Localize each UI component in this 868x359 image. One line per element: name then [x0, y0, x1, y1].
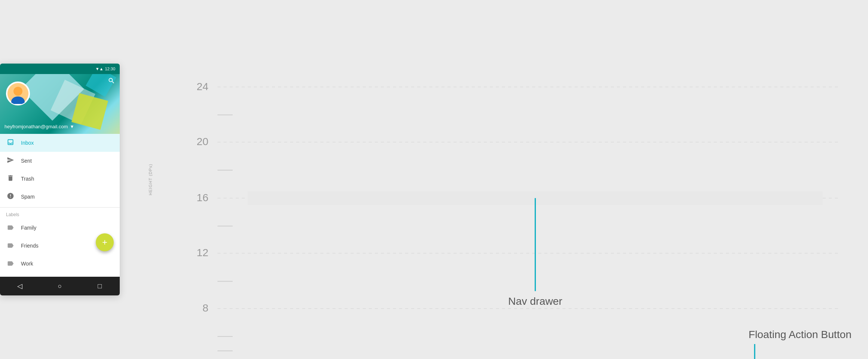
- chart-container: 0 4 8 12 16 20 24 App bar Nav drawer Flo…: [172, 71, 853, 359]
- phone-wrapper: ▼▲ 12:30 heyfrom: [0, 64, 120, 295]
- friends-label: Friends: [21, 243, 39, 249]
- bottom-nav-bar: ◁ ○ □: [0, 277, 120, 295]
- header-email-row[interactable]: heyfromjonathan@gmail.com ▾: [4, 123, 115, 129]
- nav-list: Inbox Sent Trash: [0, 134, 120, 273]
- signal-icon: ▼▲: [95, 67, 104, 71]
- svg-text:20: 20: [197, 135, 208, 147]
- dropdown-icon[interactable]: ▾: [71, 123, 73, 129]
- svg-text:Nav drawer: Nav drawer: [508, 295, 562, 307]
- inbox-icon: [6, 138, 15, 148]
- fab-button[interactable]: +: [96, 233, 114, 251]
- trash-icon: [6, 174, 15, 184]
- inbox-label: Inbox: [21, 140, 34, 146]
- svg-point-1: [13, 87, 22, 96]
- sent-label: Sent: [21, 158, 32, 164]
- spam-label: Spam: [21, 194, 35, 200]
- time-display: 12:30: [105, 67, 115, 71]
- nav-item-work[interactable]: Work: [0, 255, 120, 273]
- trash-label: Trash: [21, 176, 34, 182]
- svg-text:8: 8: [202, 302, 208, 314]
- nav-item-spam[interactable]: Spam: [0, 188, 120, 206]
- drawer-header: heyfromjonathan@gmail.com ▾: [0, 74, 120, 134]
- search-icon[interactable]: [108, 77, 115, 86]
- status-bar: ▼▲ 12:30: [0, 64, 120, 74]
- work-label-icon: [6, 260, 15, 268]
- nav-item-inbox[interactable]: Inbox: [0, 134, 120, 152]
- nav-item-sent[interactable]: Sent: [0, 152, 120, 170]
- y-axis-label: HEIGHT (DPs): [148, 164, 153, 196]
- svg-text:12: 12: [197, 246, 208, 258]
- chart-svg: 0 4 8 12 16 20 24 App bar Nav drawer Flo…: [172, 71, 853, 359]
- sent-icon: [6, 156, 15, 166]
- recents-button[interactable]: □: [92, 279, 107, 294]
- svg-text:24: 24: [197, 80, 208, 92]
- spam-icon: [6, 192, 15, 202]
- phone-mockup: ▼▲ 12:30 heyfrom: [0, 64, 120, 295]
- avatar: [6, 82, 30, 105]
- status-bar-icons: ▼▲ 12:30: [95, 67, 115, 71]
- back-button[interactable]: ◁: [12, 279, 27, 294]
- nav-item-trash[interactable]: Trash: [0, 170, 120, 188]
- labels-section-header: Labels: [0, 209, 120, 219]
- header-email: heyfromjonathan@gmail.com: [4, 124, 68, 129]
- family-label: Family: [21, 225, 36, 231]
- nav-divider: [0, 207, 120, 208]
- avatar-image: [7, 83, 28, 104]
- home-button[interactable]: ○: [52, 279, 67, 294]
- svg-text:Floating Action Button: Floating Action Button: [749, 328, 852, 340]
- family-label-icon: [6, 224, 15, 232]
- work-label: Work: [21, 261, 33, 267]
- friends-label-icon: [6, 242, 15, 250]
- chart-area: HEIGHT (DPs): [150, 64, 868, 295]
- svg-text:16: 16: [197, 191, 208, 203]
